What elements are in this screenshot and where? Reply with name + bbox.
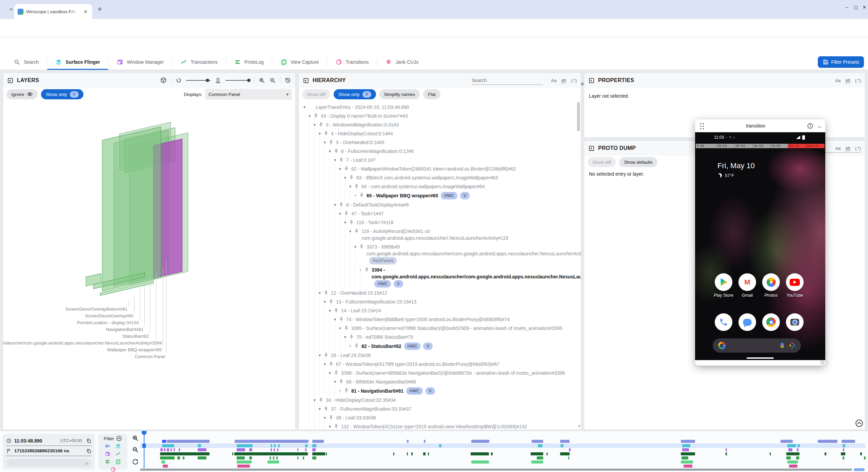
pin-icon[interactable]	[339, 379, 344, 384]
trace-segment-view-capture[interactable]	[268, 460, 279, 464]
tree-row[interactable]: ▾7 - Leaf:0:1#7	[299, 156, 581, 164]
trace-segment-transactions[interactable]	[471, 452, 489, 455]
pin-icon[interactable]	[354, 343, 359, 348]
copy-ns-icon[interactable]	[86, 448, 92, 454]
tab-window-manager[interactable]: Window Manager	[108, 54, 172, 70]
trace-segment-view-capture[interactable]	[787, 460, 798, 464]
zoom-out-icon[interactable]	[269, 77, 276, 84]
expand-arrow-icon[interactable]: ▾	[322, 298, 327, 305]
tree-row[interactable]: ▾64 - com.android.systemui.wallpapers.Im…	[299, 182, 581, 191]
expand-arrow-icon[interactable]: ▾	[353, 243, 358, 250]
trace-segment-screen-recording[interactable]	[424, 440, 426, 443]
app-photos[interactable]: Photos	[762, 273, 780, 298]
trace-segment-surface-flinger[interactable]	[198, 444, 201, 447]
tree-row[interactable]: •65 - Wallpaper BBQ wrapper#65HWCV	[299, 191, 581, 200]
trace-segment-transitions[interactable]	[163, 465, 168, 468]
protolog-icon[interactable]	[105, 459, 111, 465]
trace-segment-window-manager[interactable]	[843, 448, 844, 451]
leaf-bullet-icon[interactable]: •	[338, 387, 342, 394]
tree-row[interactable]: ▾67 - WindowToken{e5176f9 type=2019 andr…	[299, 360, 581, 369]
timeline-scrollbar[interactable]	[140, 469, 852, 471]
transitions-icon[interactable]	[110, 467, 116, 472]
trace-segment-surface-flinger[interactable]	[271, 444, 272, 447]
expand-arrow-icon[interactable]: ▾	[333, 157, 337, 163]
match-case-icon[interactable]: Aa	[835, 146, 841, 151]
show-only-chip[interactable]: Show only V	[334, 89, 376, 99]
trace-segment-surface-flinger[interactable]	[162, 444, 174, 447]
chrome-dock-item[interactable]	[762, 313, 780, 331]
timestamp-ns[interactable]: 1715339028890230166 ns	[14, 448, 69, 453]
layers-3d-canvas[interactable]: ScreenDecorOverlayBottom#61ScreenDecorOv…	[3, 101, 295, 430]
displays-select[interactable]: Common Panel ▾	[205, 89, 292, 100]
pin-icon[interactable]	[359, 193, 364, 198]
trace-segment-view-capture[interactable]	[161, 460, 165, 464]
pin-icon[interactable]	[313, 113, 318, 118]
trace-segment-screen-recording[interactable]	[781, 440, 793, 443]
tree-row[interactable]: ▾5 - OneHanded:0:14#5	[299, 138, 581, 147]
minimize-window-icon[interactable]: –	[818, 124, 821, 130]
flat-chip[interactable]: Flat	[423, 89, 440, 99]
trace-segment-surface-flinger[interactable]	[843, 444, 845, 447]
camera-dock-item[interactable]	[786, 313, 804, 331]
trace-segment-transactions[interactable]	[860, 452, 862, 455]
pin-icon[interactable]	[344, 388, 349, 393]
tree-row[interactable]: ▾63 - 8fb0ec5 com.android.systemui.wallp…	[299, 173, 581, 182]
trace-segment-protolog[interactable]	[276, 456, 278, 459]
trace-segment-transactions[interactable]	[428, 452, 429, 455]
trace-segment-protolog[interactable]	[537, 456, 543, 459]
tree-row[interactable]: ▾62 - WallpaperWindowToken{28892d1 token…	[299, 164, 581, 173]
tree-row[interactable]: ▾3396 - Surface(name=885b63e NavigationB…	[299, 369, 581, 377]
scroll-down-icon[interactable]: ▾	[578, 424, 580, 428]
tab-jank-cujs[interactable]: Jank CUJs	[377, 54, 427, 70]
gmail-icon[interactable]: M	[738, 273, 756, 291]
window-minimize-icon[interactable]: –	[846, 5, 848, 10]
trace-segment-window-manager[interactable]	[237, 448, 245, 451]
chrome-icon[interactable]	[762, 313, 780, 331]
tree-row[interactable]: ▾47 - Task=1#47	[299, 209, 581, 218]
trace-segment-window-manager[interactable]	[174, 448, 175, 451]
trace-segment-window-manager[interactable]	[160, 448, 163, 451]
trace-segment-protolog[interactable]	[312, 456, 316, 459]
trace-segment-screen-recording[interactable]	[471, 440, 489, 443]
photos-icon[interactable]	[762, 273, 780, 291]
layer-label[interactable]: ScreenDecorOverlay#60	[3, 313, 133, 318]
trace-segment-view-capture[interactable]	[681, 460, 693, 464]
expand-arrow-icon[interactable]: ▾	[343, 219, 348, 226]
trace-segment-transactions[interactable]	[786, 452, 800, 455]
expand-arrow-icon[interactable]: ▾	[328, 307, 332, 314]
regex-icon[interactable]: (.*)	[571, 78, 577, 83]
youtube-icon[interactable]	[786, 273, 804, 291]
current-time[interactable]: 11:03:48.890	[14, 438, 42, 444]
ignore-chip[interactable]: Ignore	[6, 89, 38, 99]
expand-arrow-icon[interactable]: ▾	[322, 414, 327, 421]
pin-icon[interactable]	[349, 220, 354, 225]
trace-segment-window-manager[interactable]	[305, 448, 307, 451]
trace-segment-screen-recording[interactable]	[842, 440, 855, 443]
tab-transitions[interactable]: Transitions	[327, 54, 377, 70]
screen-recording-icon[interactable]	[105, 443, 111, 449]
browser-tab[interactable]: Winscope | sandbox-FAI ✕	[14, 4, 92, 19]
expand-arrow-icon[interactable]: ▾	[312, 397, 317, 404]
collapse-panel-icon[interactable]	[7, 77, 14, 84]
pin-icon[interactable]	[323, 131, 329, 136]
surface-flinger-icon[interactable]	[115, 443, 121, 449]
trace-segment-surface-flinger[interactable]	[312, 444, 316, 447]
trace-segment-window-manager[interactable]	[198, 448, 206, 451]
layer-label[interactable]: islauncher/com.google.android.apps.nexus…	[3, 340, 155, 346]
leaf-bullet-icon[interactable]: •	[358, 267, 363, 273]
expand-arrow-icon[interactable]: ▾	[338, 325, 342, 332]
pin-icon[interactable]	[334, 308, 339, 313]
layer-label[interactable]: Common Panel	[3, 354, 165, 359]
pin-icon[interactable]	[329, 140, 334, 145]
camera-icon[interactable]	[786, 313, 804, 331]
tree-row[interactable]: ▾8 - DefaultTaskDisplayArea#8	[299, 200, 581, 209]
trace-segment-surface-flinger[interactable]	[797, 444, 800, 447]
app-gmail[interactable]: MGmail	[738, 273, 756, 298]
regex-icon[interactable]: (.*)	[855, 78, 861, 83]
trace-segment-transactions[interactable]	[547, 452, 548, 455]
phone-icon[interactable]	[715, 313, 732, 331]
layer-label[interactable]: StatusBar#82	[3, 334, 149, 339]
app-youtube[interactable]: YouTube	[786, 273, 804, 298]
trace-segment-protolog[interactable]	[198, 456, 206, 459]
hierarchy-search[interactable]	[472, 76, 543, 85]
